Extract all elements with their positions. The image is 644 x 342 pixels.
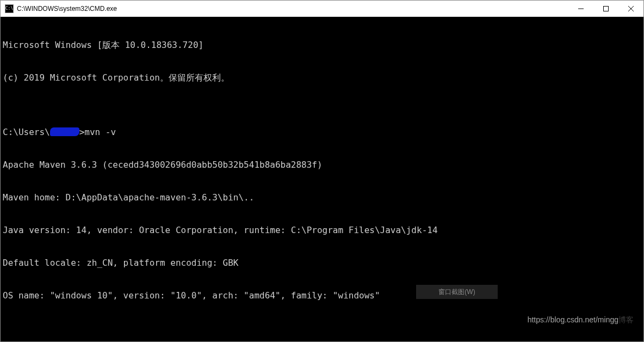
- minimize-button[interactable]: [568, 1, 593, 16]
- window-controls: [568, 1, 643, 16]
- terminal-prompt: C:\Users\>mvn -v: [3, 127, 641, 138]
- cmd-window: C:\ C:\WINDOWS\system32\CMD.exe Microsof…: [0, 0, 644, 342]
- terminal-output: Maven home: D:\AppData\apache-maven-3.6.…: [3, 192, 641, 203]
- close-button[interactable]: [618, 1, 643, 16]
- prompt-command: >mvn -v: [79, 127, 116, 138]
- window-title: C:\WINDOWS\system32\CMD.exe: [17, 5, 568, 13]
- watermark-url: https://blog.csdn.net/mingg: [528, 315, 618, 324]
- terminal-output: Java version: 14, vendor: Oracle Corpora…: [3, 225, 641, 236]
- terminal-output: OS name: "windows 10", version: "10.0", …: [3, 290, 641, 301]
- svg-rect-1: [604, 6, 609, 11]
- terminal-area[interactable]: Microsoft Windows [版本 10.0.18363.720] (c…: [1, 17, 643, 341]
- maximize-button[interactable]: [593, 1, 618, 16]
- maximize-icon: [603, 6, 609, 11]
- terminal-output: Apache Maven 3.6.3 (cecedd343002696d0abb…: [3, 160, 641, 170]
- terminal-output: Microsoft Windows [版本 10.0.18363.720]: [3, 40, 641, 51]
- minimize-icon: [578, 6, 584, 11]
- snipping-tool-button[interactable]: 窗口截图(W): [416, 285, 498, 299]
- redacted-username: [50, 127, 79, 136]
- titlebar[interactable]: C:\ C:\WINDOWS\system32\CMD.exe: [1, 1, 643, 17]
- cmd-icon: C:\: [5, 4, 14, 13]
- close-icon: [628, 6, 634, 11]
- terminal-output: Default locale: zh_CN, platform encoding…: [3, 258, 641, 268]
- terminal-output: (c) 2019 Microsoft Corporation。保留所有权利。: [3, 72, 641, 83]
- watermark: https://blog.csdn.net/mingg博客: [515, 303, 634, 336]
- watermark-suffix: 博客: [618, 315, 634, 324]
- prompt-prefix: C:\Users\: [3, 127, 50, 138]
